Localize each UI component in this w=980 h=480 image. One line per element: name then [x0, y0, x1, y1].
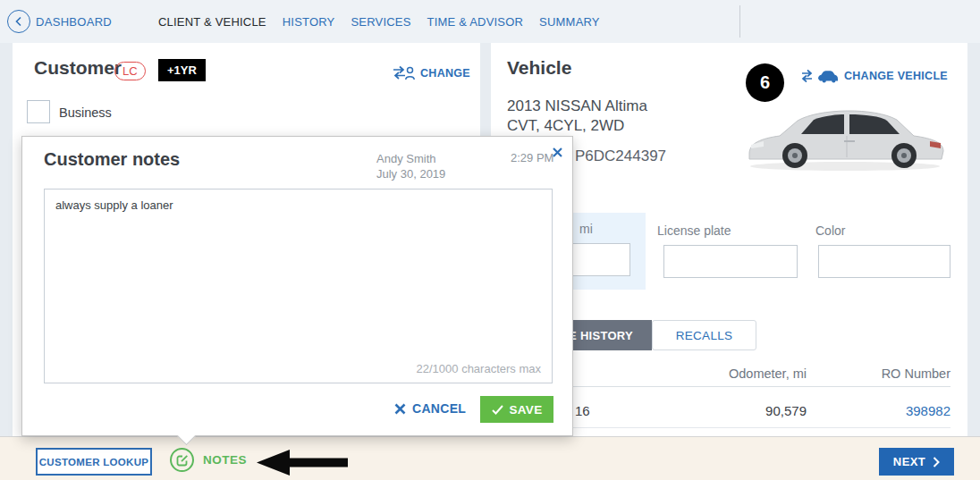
footer-bar: CUSTOMER LOOKUP NOTES NEXT — [0, 436, 980, 480]
change-customer-button[interactable]: CHANGE — [392, 65, 470, 80]
odometer-unit-label: mi — [579, 222, 593, 236]
nav-tab-history[interactable]: HISTORY — [283, 15, 335, 29]
tab-recalls[interactable]: RECALLS — [652, 320, 756, 350]
annotation-step-badge: 6 — [746, 63, 784, 102]
customer-notes-modal: Customer notes Andy Smith July 30, 2019 … — [21, 136, 573, 436]
next-label: NEXT — [893, 455, 925, 468]
business-checkbox-label: Business — [59, 105, 112, 120]
table-row-divider — [573, 427, 950, 428]
close-icon — [553, 147, 562, 157]
modal-title: Customer notes — [44, 149, 180, 170]
anniversary-badge: +1YR — [158, 59, 206, 81]
next-button[interactable]: NEXT — [879, 448, 954, 476]
customer-panel-title: Customer — [34, 57, 122, 79]
vehicle-panel-title: Vehicle — [507, 57, 571, 79]
ro-number-column-header: RO Number — [882, 366, 950, 381]
loyalty-badge: LC — [114, 62, 146, 80]
license-plate-label: License plate — [657, 223, 731, 238]
change-vehicle-label: CHANGE VEHICLE — [844, 70, 948, 82]
notes-button[interactable]: NOTES — [170, 448, 247, 472]
odometer-column-header: Odometer, mi — [729, 366, 807, 381]
business-checkbox[interactable] — [27, 100, 50, 123]
change-vehicle-button[interactable]: CHANGE VEHICLE — [800, 68, 948, 84]
cancel-label: CANCEL — [412, 401, 466, 416]
chevron-left-icon — [13, 16, 24, 27]
nav-dashboard-link[interactable]: DASHBOARD — [36, 15, 112, 29]
nav-tab-summary[interactable]: SUMMARY — [539, 15, 600, 29]
note-author-block: Andy Smith July 30, 2019 — [376, 151, 445, 181]
vehicle-vin: P6DC244397 — [575, 147, 666, 165]
history-row-date: 16 — [575, 403, 590, 418]
top-nav: DASHBOARD CLIENT & VEHICLE HISTORY SERVI… — [0, 0, 980, 43]
client-vehicle-screen: DASHBOARD CLIENT & VEHICLE HISTORY SERVI… — [0, 0, 980, 480]
annotation-arrow-left-icon — [257, 450, 348, 476]
chevron-right-icon — [933, 457, 940, 467]
history-row-odometer: 90,579 — [765, 403, 807, 418]
note-textarea[interactable]: always supply a loaner — [45, 189, 552, 383]
back-button[interactable] — [7, 10, 30, 33]
tab-recalls-label: RECALLS — [676, 329, 733, 342]
vehicle-photo — [739, 95, 951, 177]
note-textarea-wrapper: always supply a loaner 22/1000 character… — [44, 189, 553, 383]
nav-tab-services[interactable]: SERVICES — [351, 15, 410, 29]
notes-button-label: NOTES — [203, 453, 247, 467]
nav-tabs: CLIENT & VEHICLE HISTORY SERVICES TIME &… — [158, 0, 600, 43]
close-button[interactable] — [550, 145, 564, 159]
vehicle-name: 2013 NISSAN Altima — [507, 97, 647, 115]
swap-person-icon — [392, 65, 415, 80]
change-customer-label: CHANGE — [420, 67, 470, 80]
license-plate-input[interactable] — [663, 245, 798, 278]
customer-lookup-button[interactable]: CUSTOMER LOOKUP — [36, 448, 152, 476]
save-label: SAVE — [510, 403, 543, 417]
notes-edit-icon — [170, 448, 194, 472]
note-author-date: July 30, 2019 — [376, 166, 445, 181]
nav-tab-client-vehicle[interactable]: CLIENT & VEHICLE — [158, 15, 266, 29]
note-time: 2:29 PM — [511, 151, 553, 164]
save-check-icon — [492, 405, 503, 415]
history-row-ro-link[interactable]: 398982 — [906, 403, 950, 418]
tab-service-history-label: E HISTORY — [573, 329, 633, 342]
cancel-button[interactable]: CANCEL — [394, 401, 466, 416]
note-author-name: Andy Smith — [376, 151, 445, 166]
vehicle-trim: CVT, 4CYL, 2WD — [507, 117, 624, 135]
color-input[interactable] — [818, 245, 950, 278]
nav-divider — [739, 5, 740, 38]
cancel-x-icon — [394, 403, 406, 415]
nav-tab-time-advisor[interactable]: TIME & ADVISOR — [427, 15, 524, 29]
color-label: Color — [815, 223, 845, 238]
swap-car-icon — [800, 68, 838, 84]
table-header-divider — [573, 386, 950, 387]
tab-service-history[interactable]: E HISTORY — [573, 320, 652, 350]
save-button[interactable]: SAVE — [480, 396, 553, 423]
